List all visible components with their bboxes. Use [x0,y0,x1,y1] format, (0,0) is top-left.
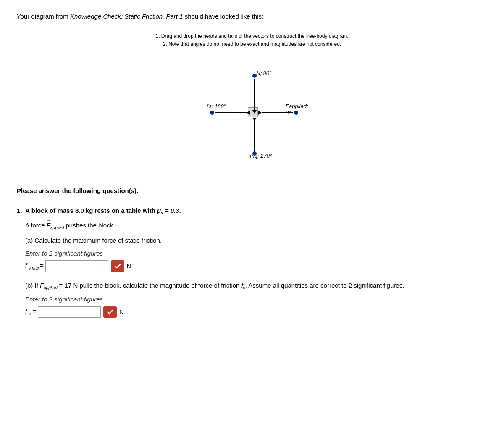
input-label-b: f s = [25,308,36,316]
label-fapplied: Fapplied; 0° [286,103,311,116]
unit-label-a: N [127,263,131,270]
diagram-container: N; 90° mg; 270° ƒs; 180° Fapplied; 0° [193,61,311,170]
input-row-b: f s = N [25,306,487,318]
label-mg: mg; 270° [250,153,272,159]
intro-italic: Knowledge Check: Static Friction, Part 1 [70,13,183,20]
line-fs [215,112,247,113]
check-button-b[interactable] [103,306,117,318]
label-fs: ƒs; 180° [206,103,226,109]
question1-block: 1. A block of mass 8.0 kg rests on a tab… [17,207,487,318]
arrowhead-mg [252,118,257,121]
question1-intro: 1. A block of mass 8.0 kg rests on a tab… [17,207,487,215]
input-row-a: f s,max= N [25,260,487,272]
hint-a: Enter to 2 significant figures [25,250,487,257]
f-applied-vector: F [47,220,50,230]
arrowhead-fapplied [258,111,262,115]
mu-s: μs = 0.3 [157,207,179,214]
hint-b: Enter to 2 significant figures [25,296,487,303]
arrowhead-N [252,110,257,114]
dot-fs [210,111,214,115]
line-mg [254,121,255,151]
arrow-left-fs [210,111,250,115]
arrow-up-N [252,74,257,114]
question1-part-a: (a) Calculate the maximum force of stati… [25,235,487,246]
diagram-instruction1: 1. Drag and drop the heads and tails of … [156,32,349,40]
line-N [254,79,255,110]
diagram-instructions: 1. Drag and drop the heads and tails of … [156,32,349,48]
answer-input-a[interactable] [45,260,108,272]
unit-label-b: N [119,309,123,315]
intro-text: Your diagram from Knowledge Check: Stati… [17,13,487,20]
question1-part-b: (b) If Fapplied = 17 N pulls the block, … [25,280,487,291]
input-label-a: f s,max= [25,262,44,270]
intro-after: should have looked like this: [183,13,263,20]
diagram-instruction2: 2. Note that angles do not need to be ex… [156,40,349,48]
answer-input-b[interactable] [38,306,101,318]
question1-force-line: A force Fapplied pushes the block. [25,220,487,231]
section-title: Please answer the following question(s): [17,187,487,194]
arrow-down-mg [252,118,257,156]
arrowhead-fs [247,111,250,115]
check-button-a[interactable] [111,260,124,272]
diagram-section: 1. Drag and drop the heads and tails of … [17,32,487,170]
label-N: N; 90° [256,70,271,77]
intro-before: Your diagram from [17,13,70,20]
